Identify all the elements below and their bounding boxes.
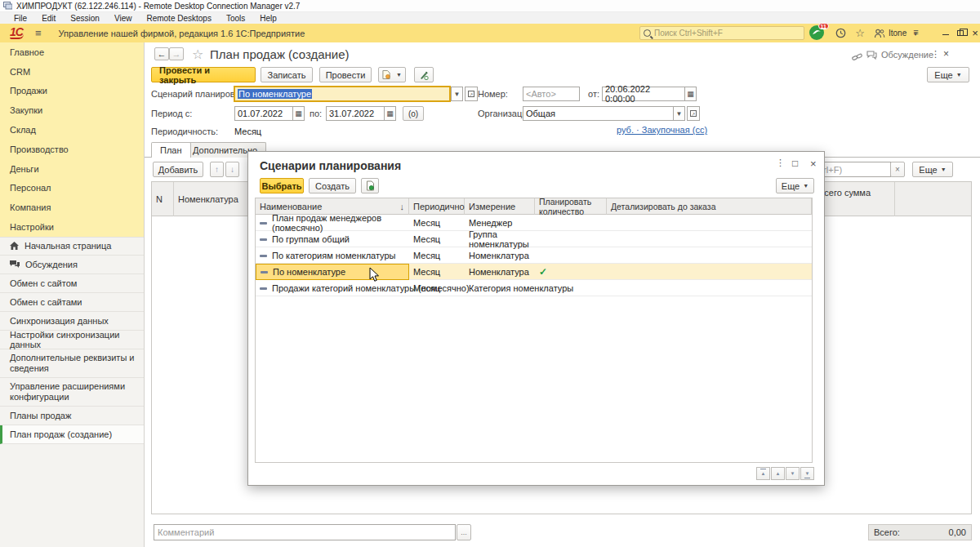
dialog-close-icon[interactable]: × — [810, 158, 817, 170]
scenario-row[interactable]: Продажи категорий номенклатуры (помесячн… — [256, 280, 812, 296]
current-user[interactable]: Itone — [889, 29, 906, 38]
service-menu-button[interactable]: ≡▼ — [908, 26, 923, 40]
history-button[interactable] — [833, 26, 848, 40]
scenario-field[interactable]: По номенклатуре — [234, 87, 450, 101]
write-button[interactable]: Записать — [261, 67, 313, 82]
discussion-button[interactable]: Обсуждение — [866, 50, 933, 60]
plan-more-button[interactable]: Еще▼ — [912, 162, 953, 177]
currency-pricing-link[interactable]: руб. · Закупочная (сс) — [617, 125, 707, 135]
dialog-menu-icon[interactable]: ⋮ — [776, 158, 785, 168]
post-and-close-button[interactable]: Провести и закрыть — [151, 67, 256, 82]
dialog-more-button[interactable]: Еще▼ — [776, 178, 814, 193]
copy-link-button[interactable] — [852, 51, 862, 65]
app-minimize-button[interactable] — [939, 27, 952, 39]
date-field[interactable]: 20.06.2022 0:00:00 — [602, 87, 685, 101]
sidebar-item-prodazhi[interactable]: Продажи — [0, 82, 144, 101]
plan-search-clear-button[interactable]: × — [890, 162, 905, 177]
dcol-period[interactable]: Периодичность — [409, 198, 465, 215]
organization-field[interactable]: Общая — [523, 106, 674, 121]
menu-remote-desktops[interactable]: Remote Desktops — [139, 14, 218, 23]
sections-menu-icon[interactable]: ≡ — [35, 27, 41, 39]
number-field[interactable]: <Авто> — [523, 87, 580, 101]
go-last-button[interactable]: ▼ — [800, 467, 814, 480]
scenario-row[interactable]: По категориям номенклатуры Месяц Номенкл… — [256, 247, 812, 264]
period-from-calendar-button[interactable]: ▦ — [292, 106, 305, 121]
dialog-table[interactable]: Наименование↓ Периодичность Измерение Пл… — [255, 198, 813, 463]
dcol-detail[interactable]: Детализировать до заказа — [607, 198, 812, 215]
move-down-button[interactable]: ↓ — [225, 162, 239, 177]
menu-file[interactable]: File — [7, 14, 34, 23]
app-restore-button[interactable] — [954, 27, 967, 39]
go-prev-button[interactable]: ▲ — [771, 467, 785, 480]
sidebar-item-nastroyki[interactable]: Настройки — [0, 217, 144, 237]
sidebar-item-glavnoe[interactable]: Главное — [0, 42, 144, 62]
sidebar-item-sklad[interactable]: Склад — [0, 120, 144, 140]
menu-view[interactable]: View — [107, 14, 140, 23]
period-select-button[interactable]: (о) — [403, 106, 424, 121]
arrow-top-icon: ▲ — [761, 469, 766, 478]
period-from-field[interactable]: 01.07.2022 — [234, 106, 293, 121]
dialog-maximize-icon[interactable]: □ — [792, 158, 798, 169]
form-menu-icon[interactable]: ⋮ — [931, 49, 940, 60]
scenario-dropdown-button[interactable]: ▼ — [451, 87, 463, 101]
form-more-button[interactable]: Еще▼ — [927, 67, 969, 82]
sidebar-item-sites-exchange[interactable]: Обмен с сайтами — [0, 293, 144, 312]
go-next-button[interactable]: ▼ — [786, 467, 800, 480]
sidebar-item-crm[interactable]: CRM — [0, 62, 144, 82]
dcol-dimension[interactable]: Измерение — [465, 198, 535, 215]
sidebar-item-additional-attributes[interactable]: Дополнительные реквизиты и сведения — [0, 349, 144, 378]
sidebar-item-personal[interactable]: Персонал — [0, 179, 144, 198]
dialog-create-button[interactable]: Создать — [309, 178, 356, 193]
sidebar-item-sales-plans[interactable]: Планы продаж — [0, 407, 144, 425]
sidebar-item-proizvodstvo[interactable]: Производство — [0, 140, 144, 159]
sign-button[interactable] — [414, 67, 434, 82]
sidebar-item-extensions[interactable]: Управление расширениями конфигурации — [0, 378, 144, 407]
post-button[interactable]: Провести — [319, 67, 372, 82]
sidebar-item-home[interactable]: Начальная страница — [0, 237, 144, 256]
sidebar-item-site-exchange[interactable]: Обмен с сайтом — [0, 274, 144, 293]
favorite-star-icon[interactable]: ☆ — [192, 47, 203, 62]
sidebar-item-data-sync[interactable]: Синхронизация данных — [0, 312, 144, 331]
main-content: ← → ☆ План продаж (создание) Обсуждение … — [145, 42, 980, 547]
sidebar-item-discussions[interactable]: Обсуждения — [0, 256, 144, 274]
period-to-field[interactable]: 31.07.2022 — [326, 106, 385, 121]
menu-tools[interactable]: Tools — [219, 14, 252, 23]
scenario-open-button[interactable]: ↗ — [465, 87, 478, 101]
scenario-row[interactable]: План продаж менеджеров (помесячно) Месяц… — [256, 215, 812, 231]
search-input[interactable] — [654, 29, 793, 38]
add-row-button[interactable]: Добавить — [153, 162, 203, 177]
app-close-button[interactable]: × — [969, 27, 980, 39]
menu-edit[interactable]: Edit — [34, 14, 63, 23]
comment-expand-button[interactable]: ... — [457, 524, 471, 540]
scenario-row-selected[interactable]: По номенклатуре Месяц Номенклатура ✓ — [256, 264, 812, 280]
notifications-button[interactable]: 11 — [808, 24, 826, 42]
sidebar-item-sync-settings[interactable]: Настройки синхронизации данных — [0, 331, 144, 349]
global-search[interactable] — [639, 26, 804, 40]
organization-open-button[interactable]: ↗ — [687, 106, 700, 121]
dialog-select-button[interactable]: Выбрать — [260, 178, 304, 193]
move-up-button[interactable]: ↑ — [210, 162, 224, 177]
menu-help[interactable]: Help — [252, 14, 284, 23]
organization-dropdown-button[interactable]: ▼ — [673, 106, 685, 121]
back-button[interactable]: ← — [154, 47, 169, 60]
sidebar-item-zakupki[interactable]: Закупки — [0, 100, 144, 120]
sidebar-item-kompaniya[interactable]: Компания — [0, 198, 144, 217]
favorites-button[interactable]: ☆ — [853, 26, 867, 40]
comment-input[interactable] — [154, 524, 456, 540]
tab-plan[interactable]: План — [151, 142, 191, 158]
period-to-calendar-button[interactable]: ▦ — [384, 106, 396, 121]
date-calendar-button[interactable]: ▦ — [684, 87, 697, 101]
1c-logo-icon[interactable]: 1С — [10, 27, 24, 39]
contacts-button[interactable] — [872, 26, 887, 40]
forward-button[interactable]: → — [169, 47, 184, 60]
scenario-row[interactable]: По группам общий Месяц Группа номенклату… — [256, 231, 812, 247]
go-first-button[interactable]: ▲ — [756, 467, 770, 480]
dcol-name[interactable]: Наименование↓ — [256, 198, 409, 215]
form-close-icon[interactable]: × — [943, 48, 949, 60]
create-based-on-button[interactable]: ▼ — [378, 67, 406, 82]
dcol-qty[interactable]: Планировать количество — [535, 198, 607, 215]
dialog-copy-button[interactable] — [361, 178, 379, 193]
menu-session[interactable]: Session — [63, 14, 107, 23]
sidebar-item-dengi[interactable]: Деньги — [0, 159, 144, 179]
sidebar-item-sales-plan-new[interactable]: План продаж (создание) — [0, 425, 144, 444]
